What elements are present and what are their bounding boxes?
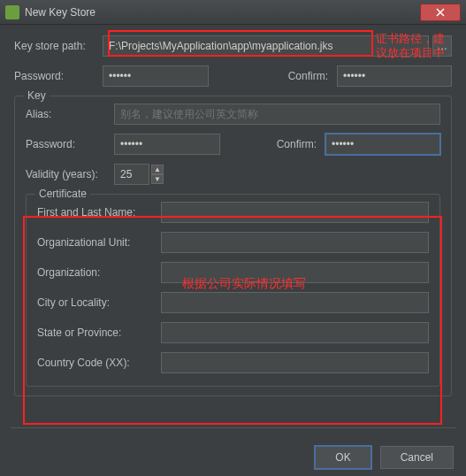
path-input[interactable] bbox=[103, 35, 429, 57]
validity-input[interactable] bbox=[114, 164, 149, 185]
key-password-label: Password: bbox=[26, 138, 114, 150]
cert-fieldset: Certificate First and Last Name: Organiz… bbox=[26, 194, 440, 387]
window-title: New Key Store bbox=[25, 6, 420, 19]
org-unit-label: Organizational Unit: bbox=[37, 236, 161, 249]
validity-spinner[interactable]: ▲ ▼ bbox=[114, 164, 164, 185]
org-label: Organization: bbox=[37, 266, 161, 279]
ks-confirm-label: Confirm: bbox=[266, 70, 337, 82]
first-last-label: First and Last Name: bbox=[37, 206, 161, 219]
ks-password-label: Password: bbox=[14, 70, 103, 82]
key-fieldset: Key Alias: Password: Confirm: Validity (… bbox=[14, 96, 452, 396]
close-button[interactable] bbox=[420, 4, 461, 21]
alias-label: Alias: bbox=[26, 108, 114, 120]
ok-button[interactable]: OK bbox=[315, 446, 371, 469]
key-legend: Key bbox=[24, 89, 50, 102]
alias-input[interactable] bbox=[114, 104, 440, 125]
ks-password-input[interactable] bbox=[103, 65, 209, 87]
app-icon bbox=[5, 5, 19, 19]
key-password-input[interactable] bbox=[114, 134, 220, 155]
key-confirm-input[interactable] bbox=[325, 134, 440, 155]
state-input[interactable] bbox=[161, 322, 429, 343]
validity-label: Validity (years): bbox=[26, 168, 114, 180]
separator bbox=[11, 427, 455, 428]
country-input[interactable] bbox=[161, 352, 429, 373]
org-input[interactable] bbox=[161, 262, 429, 283]
state-label: State or Province: bbox=[37, 326, 161, 339]
spin-up[interactable]: ▲ bbox=[151, 165, 164, 174]
country-label: Country Code (XX): bbox=[37, 357, 161, 369]
cancel-button[interactable]: Cancel bbox=[380, 446, 454, 469]
browse-button[interactable]: … bbox=[432, 35, 452, 57]
first-last-input[interactable] bbox=[161, 202, 429, 223]
city-input[interactable] bbox=[161, 292, 429, 313]
spin-down[interactable]: ▼ bbox=[151, 174, 164, 184]
cert-legend: Certificate bbox=[35, 188, 90, 200]
title-bar: New Key Store bbox=[0, 0, 466, 25]
city-label: City or Locality: bbox=[37, 296, 161, 309]
path-label: Key store path: bbox=[14, 40, 103, 52]
key-confirm-label: Confirm: bbox=[255, 138, 325, 150]
ks-confirm-input[interactable] bbox=[337, 65, 452, 87]
org-unit-input[interactable] bbox=[161, 232, 429, 253]
